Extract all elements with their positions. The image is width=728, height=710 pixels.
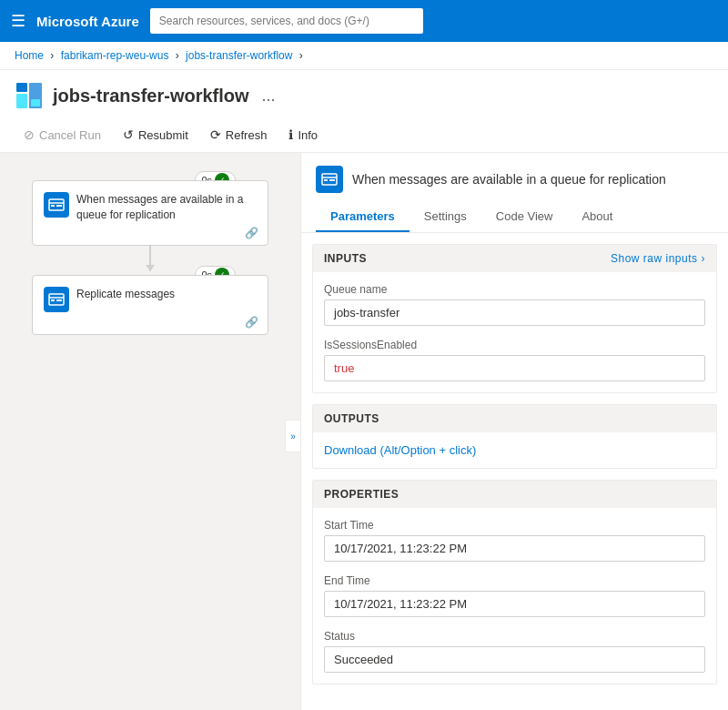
queue-name-value: jobs-transfer xyxy=(324,299,705,326)
canvas-panel: 0s ✓ When messages are av xyxy=(0,153,300,710)
status-label: Status xyxy=(324,630,705,643)
download-link[interactable]: Download (Alt/Option + click) xyxy=(324,443,476,457)
step2-icon xyxy=(44,287,69,312)
tab-code-view[interactable]: Code View xyxy=(481,202,568,232)
search-input[interactable] xyxy=(150,8,423,34)
details-action-name: When messages are available in a queue f… xyxy=(352,172,666,187)
connector-1 xyxy=(149,246,151,271)
svg-rect-7 xyxy=(51,205,55,207)
svg-rect-13 xyxy=(322,174,337,185)
outputs-label: OUTPUTS xyxy=(324,412,379,425)
step1-card[interactable]: When messages are available in a queue f… xyxy=(32,180,268,246)
page-title: jobs-transfer-workflow xyxy=(53,86,249,106)
inputs-section-header: INPUTS Show raw inputs › xyxy=(313,245,716,272)
svg-rect-1 xyxy=(16,83,27,92)
outputs-section-header: OUTPUTS xyxy=(313,405,716,432)
step1-title: When messages are available in a queue f… xyxy=(76,192,257,223)
page-header: jobs-transfer-workflow ... ⊘ Cancel Run … xyxy=(0,70,728,153)
start-time-field: Start Time 10/17/2021, 11:23:22 PM xyxy=(324,519,705,562)
svg-rect-5 xyxy=(49,199,64,210)
step2-title: Replicate messages xyxy=(76,287,257,302)
step1-icon xyxy=(44,192,69,218)
properties-section-body: Start Time 10/17/2021, 11:23:22 PM End T… xyxy=(313,508,716,684)
info-button[interactable]: ℹ Info xyxy=(279,123,327,147)
cancel-icon: ⊘ xyxy=(24,127,35,142)
more-options-button[interactable]: ... xyxy=(262,86,276,106)
cancel-run-button[interactable]: ⊘ Cancel Run xyxy=(15,123,110,147)
double-chevron-icon: » xyxy=(290,431,296,441)
step1-link-icon: 🔗 xyxy=(245,227,258,239)
hamburger-icon[interactable]: ☰ xyxy=(11,11,25,31)
tab-settings[interactable]: Settings xyxy=(410,202,481,232)
svg-rect-15 xyxy=(324,179,328,181)
breadcrumb-home[interactable]: Home xyxy=(15,49,44,62)
status-field: Status Succeeded xyxy=(324,630,705,673)
queue-name-label: Queue name xyxy=(324,283,705,296)
end-time-field: End Time 10/17/2021, 11:23:22 PM xyxy=(324,574,705,617)
start-time-label: Start Time xyxy=(324,519,705,532)
details-panel: When messages are available in a queue f… xyxy=(300,153,728,710)
nav-bar: ☰ Microsoft Azure xyxy=(0,0,728,42)
properties-section: PROPERTIES Start Time 10/17/2021, 11:23:… xyxy=(312,480,717,685)
workflow-icon xyxy=(15,81,44,110)
inputs-section: INPUTS Show raw inputs › Queue name jobs… xyxy=(312,244,717,393)
chevron-right-icon: › xyxy=(702,252,706,265)
tab-about[interactable]: About xyxy=(567,202,627,232)
end-time-value: 10/17/2021, 11:23:22 PM xyxy=(324,591,705,617)
step2-link-icon: 🔗 xyxy=(245,316,258,329)
sessions-enabled-label: IsSessionsEnabled xyxy=(324,339,705,351)
breadcrumb-fabrikam[interactable]: fabrikam-rep-weu-wus xyxy=(61,49,169,62)
svg-rect-9 xyxy=(49,294,64,305)
refresh-button[interactable]: ⟳ Refresh xyxy=(201,123,277,147)
queue-name-field: Queue name jobs-transfer xyxy=(324,283,705,326)
step2-card[interactable]: Replicate messages 🔗 xyxy=(32,275,268,335)
details-action-icon xyxy=(316,166,343,193)
expand-panel-button[interactable]: » xyxy=(285,420,301,452)
breadcrumb: Home › fabrikam-rep-weu-wus › jobs-trans… xyxy=(0,42,728,70)
resubmit-icon: ↺ xyxy=(123,127,134,142)
outputs-section: OUTPUTS Download (Alt/Option + click) xyxy=(312,404,717,469)
svg-rect-16 xyxy=(329,179,335,181)
resubmit-button[interactable]: ↺ Resubmit xyxy=(114,123,197,147)
inputs-label: INPUTS xyxy=(324,252,367,265)
svg-rect-12 xyxy=(56,299,62,301)
sessions-enabled-value: true xyxy=(324,355,705,381)
tab-parameters[interactable]: Parameters xyxy=(316,202,410,232)
details-body: INPUTS Show raw inputs › Queue name jobs… xyxy=(301,233,728,695)
show-raw-inputs-button[interactable]: Show raw inputs › xyxy=(611,252,705,265)
nav-title: Microsoft Azure xyxy=(36,14,139,29)
svg-rect-2 xyxy=(16,94,27,108)
breadcrumb-workflow[interactable]: jobs-transfer-workflow xyxy=(186,49,292,62)
refresh-icon: ⟳ xyxy=(210,127,221,142)
inputs-section-body: Queue name jobs-transfer IsSessionsEnabl… xyxy=(313,272,716,392)
properties-section-header: PROPERTIES xyxy=(313,481,716,508)
sessions-enabled-field: IsSessionsEnabled true xyxy=(324,339,705,381)
details-header: When messages are available in a queue f… xyxy=(301,153,728,233)
end-time-label: End Time xyxy=(324,574,705,587)
status-value: Succeeded xyxy=(324,646,705,673)
workflow-steps: 0s ✓ When messages are av xyxy=(15,167,286,335)
info-icon: ℹ xyxy=(288,127,293,142)
main-content: 0s ✓ When messages are av xyxy=(0,153,728,710)
toolbar: ⊘ Cancel Run ↺ Resubmit ⟳ Refresh ℹ Info xyxy=(15,117,713,152)
start-time-value: 10/17/2021, 11:23:22 PM xyxy=(324,535,705,562)
outputs-section-body: Download (Alt/Option + click) xyxy=(313,432,716,468)
properties-label: PROPERTIES xyxy=(324,488,399,501)
svg-rect-11 xyxy=(51,299,55,301)
details-tabs: Parameters Settings Code View About xyxy=(316,202,713,232)
svg-rect-4 xyxy=(31,99,40,106)
svg-rect-8 xyxy=(56,205,62,207)
